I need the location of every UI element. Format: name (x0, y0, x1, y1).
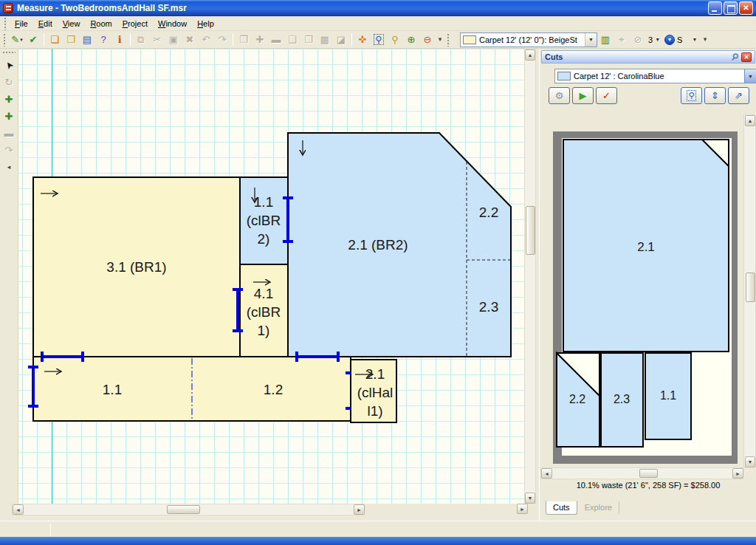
canvas-scroll-left-button[interactable]: ◄ (13, 504, 24, 515)
autohide-pin-icon[interactable]: ⚲ (729, 51, 741, 63)
open-project-button[interactable]: ❒ (63, 32, 79, 47)
cut-label-1-1: 1.1 (660, 389, 676, 402)
menu-project[interactable]: Project (117, 17, 153, 30)
pane-scroll-right-button[interactable]: ► (517, 504, 528, 514)
carpet-selector[interactable]: Carpet 12' (12' 0"): BeigeSt ▼ (460, 32, 597, 47)
canvas-scroll-down-button[interactable]: ▼ (525, 493, 535, 504)
zoom-tool-button[interactable]: ⚲ (387, 32, 403, 47)
remove-point-button[interactable]: ▬ (1, 126, 17, 140)
undo-button[interactable]: ↶ (198, 32, 214, 47)
cuts-panel-tabs: Cuts Explore (546, 501, 619, 515)
menu-room[interactable]: Room (85, 17, 117, 30)
menu-view[interactable]: View (58, 17, 86, 30)
carpet-swatch (463, 35, 476, 44)
paste-button[interactable]: ▣ (165, 32, 182, 47)
xor-icon: ◪ (337, 35, 346, 44)
delete-button[interactable]: ✖ (182, 32, 198, 47)
validate-button[interactable]: ✔ (25, 32, 41, 47)
intersect-icon: ▩ (320, 35, 329, 44)
zoom-out-button[interactable]: ⊖ (419, 32, 436, 47)
zoom-in-button[interactable]: ⊕ (403, 32, 419, 47)
rotate-tool-button[interactable]: ↻ (1, 75, 17, 89)
menu-file[interactable]: File (10, 17, 33, 30)
zoom-window-button[interactable]: ⚲ (371, 32, 387, 47)
remove-vertex-button[interactable]: ▬ (268, 32, 284, 47)
help-button[interactable]: ? (95, 32, 111, 47)
add-cut-point-button[interactable]: ✚ (1, 109, 17, 123)
sep2 (130, 33, 131, 47)
cut-label-2-2: 2.2 (569, 393, 585, 405)
cuts-carpet-selector[interactable]: Carpet 12' : CarolinaBlue ▼ (554, 69, 756, 83)
seam-mode-dropdown[interactable]: ▼ S ▼ (662, 33, 701, 47)
restore-button[interactable] (724, 1, 738, 15)
edit-plan-dropdown-icon[interactable]: ▾ (20, 37, 23, 42)
pan-button[interactable]: ✜ (354, 32, 371, 47)
cut-button[interactable]: ✂ (149, 32, 165, 47)
menu-bar: FileEditViewRoomProjectWindowHelp (0, 16, 756, 31)
cuts-zoom-fit-width-button[interactable]: ⇕ (704, 87, 726, 104)
canvas-hscrollbar[interactable]: ◄ ► (12, 504, 365, 515)
menu-help[interactable]: Help (192, 17, 219, 30)
scroll-left-button[interactable]: ◂ (1, 160, 17, 174)
cuts-vscroll-thumb[interactable] (746, 272, 755, 302)
carpet-selector-dropdown-icon[interactable]: ▼ (585, 33, 597, 47)
menu-edit[interactable]: Edit (33, 17, 58, 30)
menu-window[interactable]: Window (153, 17, 192, 30)
label-clhall-2: (clHal (357, 385, 394, 400)
save-button[interactable]: ▤ (79, 32, 95, 47)
add-vertex-button[interactable]: ✚ (252, 32, 268, 47)
cuts-hscrollbar[interactable]: ◄ ► (540, 467, 743, 479)
unpin-seam-button[interactable]: ⊘ (630, 32, 646, 47)
floor-plan-canvas[interactable]: 3.1 (BR1) 1.1 (clBR 2) 4.1 (clBR 1) 2.1 … (18, 49, 524, 504)
edit-plan-button[interactable]: ✎▾ (9, 32, 25, 47)
pan-icon: ✜ (359, 35, 367, 44)
new-room-icon: ❏ (50, 35, 59, 44)
cuts-scroll-down-button[interactable]: ▼ (745, 456, 755, 467)
tab-cuts[interactable]: Cuts (546, 501, 577, 515)
new-room-button[interactable]: ❏ (47, 32, 63, 47)
select-tool-button[interactable]: ➤ (1, 58, 17, 72)
cuts-scroll-up-button[interactable]: ▲ (745, 115, 755, 126)
intersect-button[interactable]: ▩ (317, 32, 333, 47)
subtract-button[interactable]: ❑ (284, 32, 300, 47)
cuts-scroll-right-button[interactable]: ► (732, 468, 743, 479)
results-button[interactable]: ✓ (596, 87, 617, 104)
spare-count-dropdown[interactable]: 3 ▼ (646, 34, 662, 46)
cuts-vscrollbar[interactable]: ▲ ▼ (743, 114, 756, 467)
xor-button[interactable]: ◪ (333, 32, 349, 47)
save-icon: ▤ (83, 35, 92, 44)
edit-curve-button[interactable]: ↷ (1, 143, 17, 157)
cuts-preview[interactable]: 2.1 2.2 2.3 1.1 (540, 114, 743, 467)
cuts-zoom-window-button[interactable]: ⚲ (681, 87, 702, 104)
tab-explore[interactable]: Explore (577, 501, 619, 515)
label-hall1: 1.1 (103, 382, 122, 397)
cuts-zoom-fit-button[interactable]: ⇗ (728, 87, 749, 104)
redo-button[interactable]: ↷ (214, 32, 230, 47)
pin-seam-button[interactable]: ⌖ (614, 32, 630, 47)
cuts-carpet-swatch (557, 72, 571, 80)
canvas-hscroll-thumb[interactable] (167, 505, 200, 514)
run-optimization-button[interactable]: ▶ (572, 87, 594, 104)
canvas-vscrollbar[interactable]: ▲ ▼ (524, 49, 536, 504)
union-button[interactable]: ❐ (236, 32, 252, 47)
user-info-button[interactable]: ℹ (111, 32, 128, 47)
cuts-hscroll-thumb[interactable] (639, 469, 658, 478)
outline-button[interactable]: ❒ (300, 32, 317, 47)
toolbar-overflow-button[interactable]: ▾ (436, 32, 444, 47)
close-button[interactable]: ✕ (739, 1, 753, 15)
canvas-vscroll-thumb[interactable] (526, 206, 535, 255)
canvas-scroll-up-button[interactable]: ▲ (525, 49, 535, 61)
toolbar-overflow2-button[interactable]: ▾ (701, 32, 709, 47)
rolls-button[interactable]: ▥ (597, 32, 614, 47)
cuts-carpet-dropdown-icon[interactable]: ▼ (744, 69, 756, 83)
add-room-point-button[interactable]: ✚ (1, 92, 17, 106)
copy-button[interactable]: ⧉ (133, 32, 149, 47)
canvas-scroll-right-button[interactable]: ► (354, 504, 365, 515)
cut-icon: ✂ (154, 35, 162, 44)
minimize-button[interactable] (708, 1, 722, 15)
spacer (619, 87, 678, 105)
optimize-settings-button[interactable]: ⚙ (549, 87, 570, 104)
delete-icon: ✖ (186, 35, 194, 44)
cuts-scroll-left-button[interactable]: ◄ (541, 468, 552, 479)
cuts-panel-close-button[interactable]: ✕ (741, 52, 752, 62)
